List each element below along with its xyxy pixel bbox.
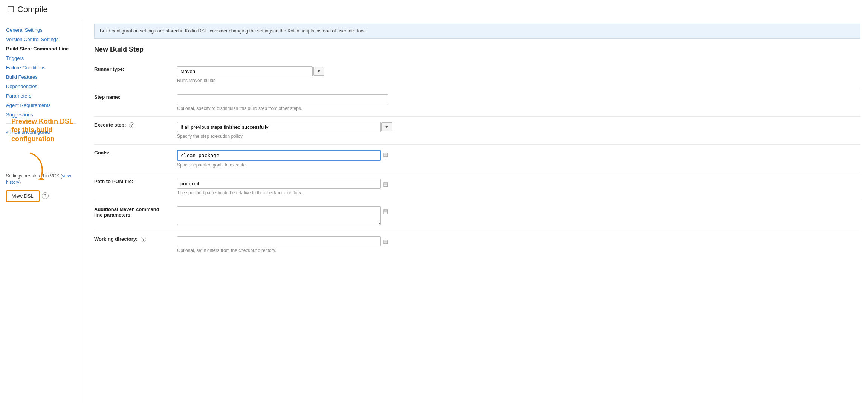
working-dir-hint: Optional, set if differs from the checko…: [177, 248, 860, 253]
execute-step-help-icon[interactable]: ?: [129, 122, 134, 128]
maven-params-input[interactable]: [177, 206, 381, 225]
sidebar-item-build-step-command-line: Build Step: Command Line: [0, 44, 83, 53]
sidebar-item-general-settings[interactable]: General Settings: [0, 25, 83, 35]
working-dir-row: Working directory: ? ▤ Optional, set if …: [94, 231, 860, 258]
maven-params-wrapper: ▤: [177, 206, 860, 225]
execute-step-label: Execute step: ?: [94, 116, 177, 144]
runner-select-wrapper: Maven ▼: [177, 66, 860, 76]
working-dir-wrapper: ▤: [177, 236, 860, 246]
runner-type-select[interactable]: Maven: [177, 66, 313, 76]
page-header: Compile: [0, 0, 868, 19]
pom-file-row: Path to POM file: ▤ The specified path s…: [94, 173, 860, 201]
pom-edit-icon[interactable]: ▤: [383, 179, 388, 188]
step-name-field: Optional, specify to distinguish this bu…: [177, 89, 860, 116]
sidebar-link-build-features[interactable]: Build Features: [6, 74, 38, 80]
sidebar-item-parameters[interactable]: Parameters: [0, 91, 83, 101]
section-title: New Build Step: [94, 46, 860, 53]
sidebar-bottom: Settings are stored in VCS (view history…: [0, 167, 83, 208]
main-layout: General Settings Version Control Setting…: [0, 19, 868, 403]
runner-type-field: Maven ▼ Runs Maven builds: [177, 61, 860, 89]
working-dir-edit-icon[interactable]: ▤: [383, 237, 388, 245]
sidebar-link-suggestions[interactable]: Suggestions: [6, 112, 33, 118]
goals-label: Goals:: [94, 144, 177, 173]
step-name-row: Step name: Optional, specify to distingu…: [94, 89, 860, 116]
page-icon: [8, 6, 14, 12]
execute-select-wrapper: If all previous steps finished successfu…: [177, 122, 860, 132]
goals-input[interactable]: [177, 150, 381, 161]
step-name-hint: Optional, specify to distinguish this bu…: [177, 106, 860, 111]
sidebar-hide-unconfigured[interactable]: « Hide unconfigured: [0, 127, 83, 137]
sidebar-item-triggers[interactable]: Triggers: [0, 53, 83, 63]
pom-file-input[interactable]: [177, 179, 381, 189]
working-dir-label: Working directory: ?: [94, 231, 177, 258]
working-dir-field: ▤ Optional, set if differs from the chec…: [177, 231, 860, 258]
hide-unconfigured-link[interactable]: « Hide unconfigured: [6, 129, 50, 135]
view-dsl-row: View DSL ?: [6, 190, 76, 202]
goals-edit-icon[interactable]: ▤: [383, 150, 388, 158]
sidebar-link-version-control-settings[interactable]: Version Control Settings: [6, 37, 58, 42]
sidebar: General Settings Version Control Setting…: [0, 19, 83, 403]
working-dir-input[interactable]: [177, 236, 381, 246]
execute-step-field: If all previous steps finished successfu…: [177, 116, 860, 144]
maven-params-label: Additional Maven commandline parameters:: [94, 201, 177, 231]
build-step-form: Runner type: Maven ▼ Runs Maven builds S…: [94, 61, 860, 258]
sidebar-item-agent-requirements[interactable]: Agent Requirements: [0, 101, 83, 110]
sidebar-link-agent-requirements[interactable]: Agent Requirements: [6, 102, 51, 108]
view-history-link[interactable]: view history: [6, 173, 71, 185]
view-dsl-button[interactable]: View DSL: [6, 190, 40, 202]
step-name-label: Step name:: [94, 89, 177, 116]
sidebar-vcs-text: Settings are stored in VCS (view history…: [6, 173, 76, 186]
sidebar-item-version-control-settings[interactable]: Version Control Settings: [0, 35, 83, 44]
goals-hint: Space-separated goals to execute.: [177, 162, 860, 168]
execute-step-select[interactable]: If all previous steps finished successfu…: [177, 122, 381, 132]
sidebar-item-dependencies[interactable]: Dependencies: [0, 82, 83, 91]
sidebar-link-dependencies[interactable]: Dependencies: [6, 84, 37, 89]
sidebar-link-parameters[interactable]: Parameters: [6, 93, 31, 99]
execute-step-dropdown-btn[interactable]: ▼: [381, 122, 392, 131]
sidebar-nav: General Settings Version Control Setting…: [0, 25, 83, 119]
maven-params-field: ▤: [177, 201, 860, 231]
runner-type-row: Runner type: Maven ▼ Runs Maven builds: [94, 61, 860, 89]
runner-type-label: Runner type:: [94, 61, 177, 89]
pom-file-hint: The specified path should be relative to…: [177, 190, 860, 195]
pom-file-field: ▤ The specified path should be relative …: [177, 173, 860, 201]
maven-params-row: Additional Maven commandline parameters:…: [94, 201, 860, 231]
execute-step-hint: Specify the step execution policy.: [177, 134, 860, 139]
goals-field: ▤ Space-separated goals to execute.: [177, 144, 860, 173]
runner-type-dropdown-btn[interactable]: ▼: [313, 67, 324, 76]
step-name-input[interactable]: [177, 94, 388, 104]
maven-params-edit-icon[interactable]: ▤: [383, 206, 388, 215]
sidebar-item-suggestions[interactable]: Suggestions: [0, 110, 83, 119]
goals-row: Goals: ▤ Space-separated goals to execut…: [94, 144, 860, 173]
runner-type-hint: Runs Maven builds: [177, 78, 860, 83]
sidebar-link-build-step-command-line: Build Step: Command Line: [6, 46, 69, 52]
sidebar-divider: [6, 123, 76, 124]
page-title: Compile: [17, 5, 48, 14]
sidebar-link-triggers[interactable]: Triggers: [6, 55, 24, 61]
info-banner: Build configuration settings are stored …: [94, 24, 860, 39]
pom-wrapper: ▤: [177, 179, 860, 189]
pom-file-label: Path to POM file:: [94, 173, 177, 201]
execute-step-row: Execute step: ? If all previous steps fi…: [94, 116, 860, 144]
sidebar-item-build-features[interactable]: Build Features: [0, 72, 83, 82]
sidebar-link-general-settings[interactable]: General Settings: [6, 27, 43, 33]
dsl-help-icon[interactable]: ?: [42, 192, 49, 199]
working-dir-help-icon[interactable]: ?: [141, 237, 146, 242]
sidebar-link-failure-conditions[interactable]: Failure Conditions: [6, 65, 46, 70]
main-content: Build configuration settings are stored …: [83, 19, 868, 403]
goals-wrapper: ▤: [177, 150, 860, 161]
sidebar-item-failure-conditions[interactable]: Failure Conditions: [0, 63, 83, 72]
